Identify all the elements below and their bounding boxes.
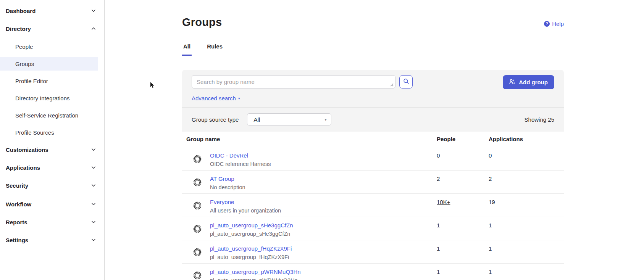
group-description: All users in your organization xyxy=(210,208,281,214)
question-circle-icon: ? xyxy=(544,21,550,27)
group-description: No description xyxy=(210,184,245,190)
sidebar-item-label: Reports xyxy=(6,219,27,225)
sidebar-item-label: Directory xyxy=(6,26,31,32)
group-name-link[interactable]: OIDC - DevRel xyxy=(210,152,248,159)
table-row: pl_auto_usergroup_fHqZKzX9Fi pl_auto_use… xyxy=(182,240,564,264)
sidebar-item-profile-sources[interactable]: Profile Sources xyxy=(0,126,104,139)
group-icon xyxy=(193,201,202,212)
sidebar-item-label: Profile Editor xyxy=(15,78,48,84)
sidebar-item-people[interactable]: People xyxy=(0,40,104,53)
chevron-down-icon xyxy=(91,147,96,152)
table-header: Group name People Applications xyxy=(182,132,564,147)
table-row: OIDC - DevRel OIDC reference Harness 0 0 xyxy=(182,147,564,171)
showing-count: Showing 25 xyxy=(525,116,554,123)
table-row: pl_auto_usergroup_pWRNMuQ3Hn pl_auto_use… xyxy=(182,264,564,280)
person-plus-icon xyxy=(509,79,516,86)
applications-count: 1 xyxy=(489,269,492,275)
table-row: pl_auto_usergroup_sHe3ggCfZn pl_auto_use… xyxy=(182,217,564,240)
sidebar-item-dashboard[interactable]: Dashboard xyxy=(0,4,104,18)
applications-count: 0 xyxy=(489,152,492,159)
applications-count: 19 xyxy=(489,199,495,205)
sidebar-item-directory-integrations[interactable]: Directory Integrations xyxy=(0,91,104,105)
search-input[interactable] xyxy=(192,75,395,89)
advanced-search-label: Advanced search xyxy=(192,95,236,101)
group-icon xyxy=(193,271,202,280)
group-name-link[interactable]: AT Group xyxy=(210,175,234,182)
people-count: 2 xyxy=(437,175,440,182)
group-name-link[interactable]: pl_auto_usergroup_pWRNMuQ3Hn xyxy=(210,269,301,275)
sidebar-item-reports[interactable]: Reports xyxy=(0,215,104,229)
sidebar-item-security[interactable]: Security xyxy=(0,179,104,192)
directory-submenu: People Groups Profile Editor Directory I… xyxy=(0,40,104,139)
chevron-down-icon xyxy=(91,238,96,242)
help-label: Help xyxy=(552,21,564,27)
group-name-link[interactable]: pl_auto_usergroup_fHqZKzX9Fi xyxy=(210,245,292,252)
sidebar-item-profile-editor[interactable]: Profile Editor xyxy=(0,74,104,88)
column-applications: Applications xyxy=(489,136,564,142)
people-count: 1 xyxy=(437,222,440,229)
sidebar-item-label: Settings xyxy=(6,237,28,243)
people-count-link[interactable]: 10K+ xyxy=(437,199,450,205)
group-icon xyxy=(193,224,202,235)
search-icon xyxy=(403,78,409,85)
add-group-label: Add group xyxy=(519,79,548,85)
applications-count: 1 xyxy=(489,222,492,229)
group-description: pl_auto_usergroup_fHqZKzX9Fi xyxy=(210,254,289,260)
chevron-down-icon xyxy=(91,183,96,188)
sidebar-item-label: Dashboard xyxy=(6,8,36,14)
sidebar-item-label: Self-Service Registration xyxy=(15,112,78,119)
help-link[interactable]: ? Help xyxy=(544,21,564,27)
group-name-link[interactable]: Everyone xyxy=(210,199,234,205)
sidebar-item-label: Profile Sources xyxy=(15,129,54,136)
tab-bar: All Rules xyxy=(182,41,564,56)
applications-count: 1 xyxy=(489,245,492,252)
chevron-down-icon xyxy=(91,8,96,13)
table-row: AT Group No description 2 2 xyxy=(182,171,564,194)
column-group-name: Group name xyxy=(186,136,437,142)
table-row: Everyone All users in your organization … xyxy=(182,194,564,217)
sidebar-item-customizations[interactable]: Customizations xyxy=(0,143,104,156)
group-source-type-select[interactable]: All ▾ xyxy=(247,113,331,126)
sidebar-item-settings[interactable]: Settings xyxy=(0,233,104,247)
group-source-type-label: Group source type xyxy=(192,116,239,123)
filter-panel: Add group Advanced search ▾ Group source… xyxy=(182,70,564,132)
sidebar: Dashboard Directory People Groups Profil… xyxy=(0,0,105,280)
chevron-down-icon xyxy=(91,165,96,170)
sidebar-item-label: Security xyxy=(6,182,28,189)
group-description: pl_auto_usergroup_sHe3ggCfZn xyxy=(210,231,290,237)
sidebar-item-label: Customizations xyxy=(6,146,48,153)
app-window: Dashboard Directory People Groups Profil… xyxy=(0,0,644,280)
sidebar-item-groups[interactable]: Groups xyxy=(0,57,98,71)
group-description: OIDC reference Harness xyxy=(210,161,271,167)
group-icon xyxy=(193,154,202,165)
column-people: People xyxy=(437,136,489,142)
tab-all[interactable]: All xyxy=(182,41,192,56)
caret-down-icon: ▾ xyxy=(324,117,326,122)
main-content: Groups ? Help All Rules xyxy=(105,0,644,280)
sidebar-item-directory[interactable]: Directory xyxy=(0,22,104,35)
chevron-down-icon xyxy=(91,202,96,206)
applications-count: 2 xyxy=(489,175,492,182)
group-icon xyxy=(193,248,202,258)
group-icon xyxy=(193,178,202,188)
sidebar-item-label: Workflow xyxy=(6,201,31,208)
select-value: All xyxy=(253,116,260,123)
tab-rules[interactable]: Rules xyxy=(206,41,224,56)
group-name-link[interactable]: pl_auto_usergroup_sHe3ggCfZn xyxy=(210,222,293,229)
chevron-up-icon xyxy=(91,26,96,31)
sidebar-item-label: Groups xyxy=(15,61,34,67)
page-title: Groups xyxy=(182,16,222,29)
group-description: pl_auto_usergroup_pWRNMuQ3Hn xyxy=(210,277,298,280)
sidebar-item-label: Applications xyxy=(6,164,40,171)
search-button[interactable] xyxy=(399,75,413,89)
people-count: 1 xyxy=(437,245,440,252)
add-group-button[interactable]: Add group xyxy=(503,75,554,89)
sidebar-item-workflow[interactable]: Workflow xyxy=(0,197,104,211)
sidebar-item-label: People xyxy=(15,43,33,50)
advanced-search-link[interactable]: Advanced search ▾ xyxy=(182,90,249,107)
chevron-down-icon xyxy=(91,220,96,224)
sidebar-item-applications[interactable]: Applications xyxy=(0,161,104,174)
sidebar-item-self-service-registration[interactable]: Self-Service Registration xyxy=(0,108,104,122)
sidebar-item-label: Directory Integrations xyxy=(15,95,70,101)
people-count: 0 xyxy=(437,152,440,159)
